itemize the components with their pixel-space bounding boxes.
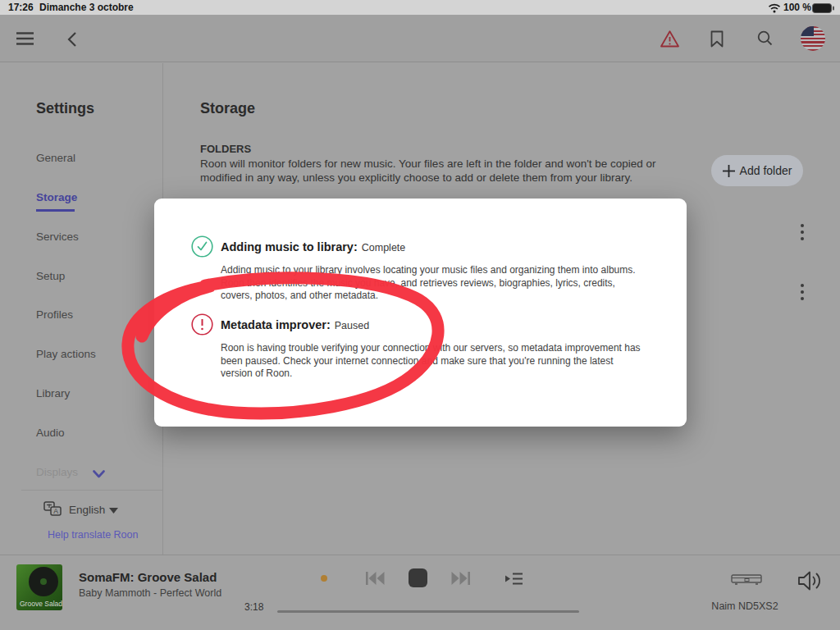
metadata-status-description: Roon is having trouble verifying your co… [221, 342, 641, 381]
sidebar-divider [21, 490, 162, 491]
library-status-description: Adding music to your library involves lo… [221, 264, 641, 303]
track-subtitle[interactable]: Baby Mammoth - Perfect World [79, 587, 221, 599]
settings-sidebar: Settings General Storage Services Setup … [0, 63, 163, 555]
seek-bar[interactable] [277, 610, 579, 613]
folder-row-menu-icon[interactable] [799, 284, 806, 304]
hamburger-menu-icon[interactable] [16, 32, 34, 45]
search-icon[interactable] [757, 30, 773, 46]
zone-name[interactable]: Naim ND5XS2 [704, 600, 786, 612]
folders-description: Roon will monitor folders for new music.… [200, 157, 678, 185]
previous-track-icon[interactable] [366, 572, 385, 585]
library-title: Adding music to library: [221, 240, 358, 253]
folders-heading: FOLDERS [200, 143, 251, 155]
language-selector[interactable]: English [69, 504, 105, 516]
metadata-title: Metadata improver: [221, 318, 331, 331]
wifi-icon [768, 3, 781, 13]
library-status-dialog: Adding music to library:Complete Adding … [154, 199, 687, 427]
alert-triangle-icon[interactable] [660, 30, 680, 48]
sidebar-item-play-actions[interactable]: Play actions [36, 348, 96, 360]
elapsed-time: 3:18 [244, 601, 263, 613]
active-item-underline [36, 209, 75, 212]
track-title[interactable]: SomaFM: Groove Salad [79, 570, 217, 584]
bookmark-icon[interactable] [710, 30, 724, 48]
user-flag-avatar[interactable] [801, 26, 825, 51]
chevron-down-icon[interactable] [93, 470, 105, 478]
status-time: 17:26 [8, 2, 34, 13]
library-status-heading: Adding music to library:Complete [221, 240, 405, 253]
next-track-icon[interactable] [451, 572, 470, 585]
battery-icon [812, 3, 834, 13]
sidebar-item-storage[interactable]: Storage [36, 191, 77, 203]
flag-canton [801, 26, 814, 36]
status-date: Dimanche 3 octobre [39, 2, 134, 13]
sidebar-title: Settings [36, 100, 94, 117]
volume-icon[interactable] [797, 569, 823, 592]
status-bar: 17:26 Dimanche 3 octobre 100 % [0, 0, 840, 15]
sidebar-item-setup[interactable]: Setup [36, 270, 65, 282]
album-art-label: Groove Salad [20, 600, 62, 608]
sidebar-item-displays[interactable]: Displays [36, 466, 78, 478]
sidebar-item-library[interactable]: Library [36, 387, 70, 399]
check-circle-icon [191, 235, 213, 258]
error-circle-icon [191, 313, 213, 336]
svg-text:A: A [53, 507, 58, 515]
sidebar-item-general[interactable]: General [36, 152, 75, 164]
metadata-status-heading: Metadata improver:Paused [221, 318, 369, 331]
queue-icon[interactable] [505, 573, 523, 585]
folder-row-menu-icon[interactable] [799, 224, 806, 244]
vinyl-graphic [29, 567, 58, 596]
sidebar-item-profiles[interactable]: Profiles [36, 308, 73, 321]
help-translate-link[interactable]: Help translate Roon [48, 529, 138, 541]
back-icon[interactable] [67, 32, 77, 47]
add-folder-button[interactable]: Add folder [711, 155, 803, 186]
sidebar-item-audio[interactable]: Audio [36, 427, 65, 439]
stop-button[interactable] [409, 568, 427, 587]
add-folder-label: Add folder [740, 164, 792, 177]
live-indicator-dot [321, 575, 327, 582]
plus-icon [723, 165, 735, 177]
metadata-status-value: Paused [335, 320, 369, 331]
sidebar-item-services[interactable]: Services [36, 231, 79, 243]
battery-percent: 100 % [783, 2, 811, 13]
album-art[interactable]: Groove Salad [16, 564, 62, 610]
language-caret-icon[interactable] [109, 508, 118, 514]
translate-icon: A [43, 501, 63, 518]
library-status-value: Complete [362, 242, 406, 253]
player-bar: Groove Salad SomaFM: Groove Salad Baby M… [0, 555, 840, 630]
page-title: Storage [200, 100, 255, 117]
zone-device-icon[interactable] [731, 574, 762, 587]
nav-bar [0, 15, 840, 62]
